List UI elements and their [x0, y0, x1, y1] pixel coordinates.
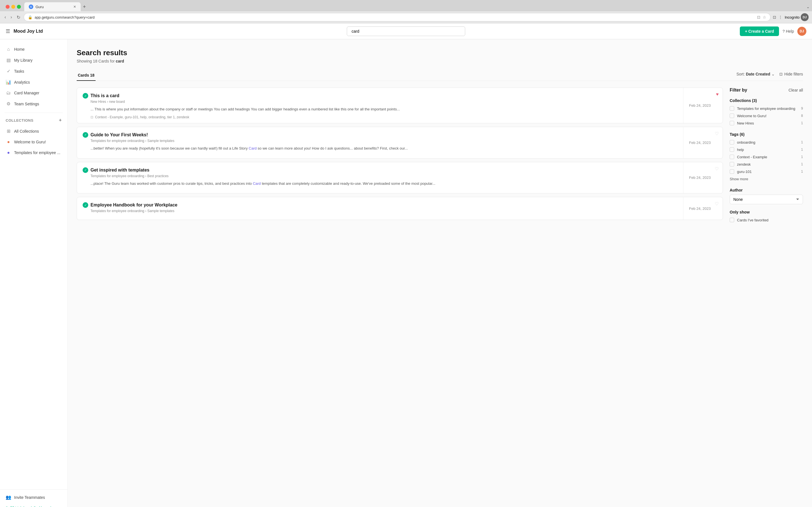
filter-label-context-example: Context - Example	[737, 155, 798, 159]
results-subtitle: Showing 18 Cards for card	[77, 59, 803, 63]
favorite-icon-1[interactable]: ♥	[716, 92, 719, 97]
traffic-light-red[interactable]	[6, 5, 10, 9]
card-breadcrumb-4: Templates for employee onboarding › Samp…	[91, 209, 677, 213]
help-button[interactable]: ? Help	[782, 29, 794, 34]
card-link-3[interactable]: Card	[253, 181, 261, 186]
tab-close-icon[interactable]: ✕	[73, 5, 76, 9]
filter-checkbox-help[interactable]	[730, 147, 734, 152]
favorite-icon-4[interactable]: ♡	[715, 201, 719, 207]
favorite-icon-3[interactable]: ♡	[715, 166, 719, 172]
back-button[interactable]: ‹	[3, 13, 7, 21]
traffic-light-yellow[interactable]	[11, 5, 15, 9]
sidebar-item-team-settings[interactable]: ⚙ Team Settings	[0, 98, 67, 109]
hide-filters-button[interactable]: ⊡ Hide filters	[779, 72, 803, 76]
refresh-button[interactable]: ↻	[15, 13, 21, 21]
filter-only-show-section: Only show Cards I've favorited	[730, 210, 803, 222]
menu-icon[interactable]: ⋮	[778, 15, 782, 19]
app-header: ☰ Mood Joy Ltd + Create a Card ? Help DJ	[0, 23, 812, 39]
show-more-tags-button[interactable]: Show more	[730, 177, 748, 181]
cast-icon: ⊡	[757, 15, 760, 19]
browser-tab[interactable]: G Guru ✕	[24, 2, 81, 11]
traffic-light-green[interactable]	[17, 5, 21, 9]
sidebar-item-templates[interactable]: ● Templates for employee ...	[0, 147, 67, 158]
home-icon: ⌂	[6, 47, 11, 52]
sidebar-divider	[4, 113, 63, 113]
card-date-area-4: ♡ Feb 24, 2023	[683, 197, 723, 220]
filter-checkbox-onboarding[interactable]	[730, 140, 734, 145]
filter-count-context-example: 1	[801, 155, 803, 159]
favorite-icon-2[interactable]: ♡	[715, 131, 719, 136]
extensions-icon[interactable]: ⊡	[773, 15, 776, 19]
filter-collections-title: Collections (3)	[730, 98, 803, 103]
results-title: Search results	[77, 48, 803, 57]
bookmark-icon[interactable]: ☆	[763, 15, 766, 19]
filter-item-new-hires[interactable]: New Hires 1	[730, 121, 803, 125]
user-avatar[interactable]: DJ	[797, 27, 806, 36]
filter-checkbox-new-hires[interactable]	[730, 121, 734, 125]
card-title-3: Get inspired with templates	[91, 168, 149, 173]
sidebar-item-home[interactable]: ⌂ Home	[0, 44, 67, 55]
filter-author-section: Author None	[730, 188, 803, 204]
result-card-2[interactable]: ✓ Guide to Your First Weeks! Templates f…	[77, 127, 723, 159]
filter-item-help[interactable]: help 1	[730, 147, 803, 152]
card-link-2[interactable]: Card	[249, 146, 257, 151]
filter-item-onboarding[interactable]: onboarding 1	[730, 140, 803, 145]
filter-collections-section: Collections (3) Templates for employee o…	[730, 98, 803, 125]
filter-item-context-example[interactable]: Context - Example 1	[730, 155, 803, 159]
filter-checkbox-guru-101[interactable]	[730, 169, 734, 174]
sidebar-item-analytics[interactable]: 📊 Analytics	[0, 76, 67, 88]
sidebar-item-my-library[interactable]: ▤ My Library	[0, 55, 67, 66]
incognito-button[interactable]: Incognito DJ	[784, 13, 809, 21]
sidebar-item-invite[interactable]: 👥 Invite Teammates	[0, 492, 67, 503]
upgrade-badge[interactable]: 30 trial days left • Upgrade	[0, 503, 67, 507]
tab-cards[interactable]: Cards 18	[77, 70, 96, 81]
add-collection-button[interactable]: +	[59, 117, 62, 123]
card-title-1: This is a card	[91, 93, 119, 98]
filter-count-zendesk: 1	[801, 162, 803, 166]
result-card-3[interactable]: ✓ Get inspired with templates Templates …	[77, 162, 723, 194]
url-text: app.getguru.com/search?query=card	[35, 15, 755, 19]
sidebar-label-home: Home	[14, 47, 24, 52]
card-date-area-3: ♡ Feb 24, 2023	[683, 162, 723, 193]
card-manager-icon: 🗂	[6, 91, 11, 96]
sidebar-item-tasks[interactable]: ✓ Tasks	[0, 66, 67, 76]
result-card-1[interactable]: ✓ This is a card New Hires › new board .…	[77, 88, 723, 123]
filter-label-help: help	[737, 148, 798, 152]
filter-checkbox-favorited[interactable]	[730, 218, 734, 222]
verified-icon-1: ✓	[83, 93, 88, 99]
filter-item-guru-101[interactable]: guru-101 1	[730, 169, 803, 174]
card-main-4: ✓ Employee Handbook for your Workplace T…	[77, 197, 723, 220]
forward-button[interactable]: ›	[9, 13, 13, 21]
filter-item-templates-onboarding[interactable]: Templates for employee onboarding 9	[730, 106, 803, 111]
filter-item-favorited[interactable]: Cards I've favorited	[730, 218, 803, 222]
author-select[interactable]: None	[730, 194, 803, 204]
sidebar-item-all-collections[interactable]: ⊞ All Collections	[0, 126, 67, 136]
filter-item-welcome-guru[interactable]: Welcome to Guru! 8	[730, 114, 803, 118]
sidebar-label-team-settings: Team Settings	[14, 102, 39, 106]
question-icon: ?	[782, 29, 784, 34]
card-header-2: ✓ Guide to Your First Weeks!	[83, 132, 677, 138]
card-title-4: Employee Handbook for your Workplace	[91, 203, 177, 208]
search-input[interactable]	[347, 26, 465, 36]
hamburger-menu[interactable]: ☰	[6, 28, 10, 34]
result-card-4[interactable]: ✓ Employee Handbook for your Workplace T…	[77, 197, 723, 220]
card-breadcrumb-2: Templates for employee onboarding › Samp…	[91, 139, 677, 143]
sidebar-item-card-manager[interactable]: 🗂 Card Manager	[0, 88, 67, 98]
filter-checkbox-welcome-guru[interactable]	[730, 114, 734, 118]
filter-tags-title: Tags (6)	[730, 132, 803, 136]
address-bar[interactable]: 🔒 app.getguru.com/search?query=card ⊡ ☆	[24, 13, 771, 21]
filter-checkbox-context-example[interactable]	[730, 155, 734, 159]
sort-button[interactable]: Sort: Date Created ⌄	[737, 72, 775, 76]
filter-checkbox-zendesk[interactable]	[730, 162, 734, 166]
new-tab-button[interactable]: +	[81, 3, 88, 11]
filter-item-zendesk[interactable]: zendesk 1	[730, 162, 803, 166]
create-card-button[interactable]: + Create a Card	[740, 26, 779, 36]
clear-all-button[interactable]: Clear all	[789, 88, 803, 93]
sidebar-item-welcome-to-guru[interactable]: ● Welcome to Guru!	[0, 136, 67, 147]
app-logo: Mood Joy Ltd	[13, 29, 43, 34]
search-bar-container	[347, 26, 465, 36]
sidebar-label-card-manager: Card Manager	[14, 91, 40, 95]
filter-checkbox-templates-onboarding[interactable]	[730, 106, 734, 111]
filter-label-new-hires: New Hires	[737, 121, 798, 125]
main-content: Search results Showing 18 Cards for card…	[68, 40, 812, 507]
